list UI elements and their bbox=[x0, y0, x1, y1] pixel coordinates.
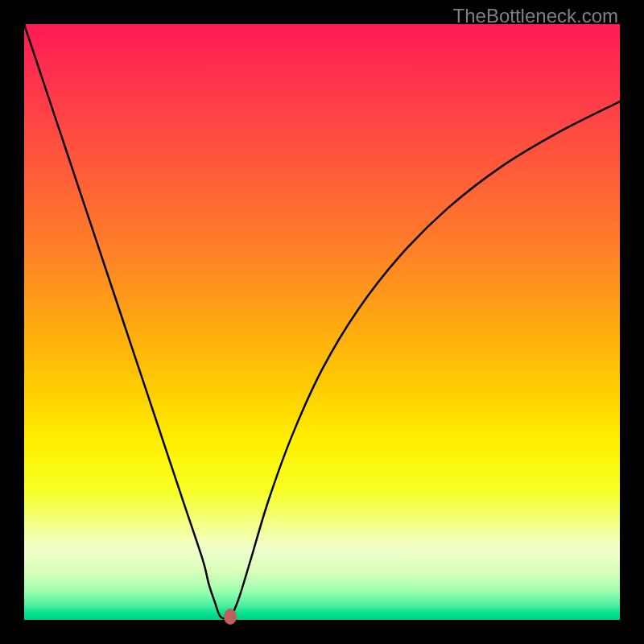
bottleneck-curve bbox=[24, 24, 620, 620]
minimum-marker bbox=[224, 609, 237, 625]
plot-area bbox=[24, 24, 620, 620]
chart-container: TheBottleneck.com bbox=[0, 0, 644, 644]
